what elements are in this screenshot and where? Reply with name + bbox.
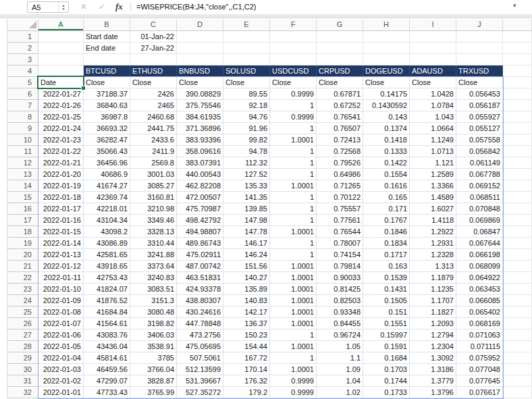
cell-J16[interactable]: 0.070848 bbox=[456, 203, 503, 215]
cell-partial-21[interactable] bbox=[503, 261, 532, 272]
cell-partial-14[interactable] bbox=[503, 180, 532, 192]
cell-G25[interactable]: 0.93348 bbox=[317, 307, 363, 318]
cell-B10[interactable]: 36282.47 bbox=[84, 134, 130, 146]
cell-D6[interactable]: 390.08829 bbox=[177, 88, 223, 100]
col-header-G[interactable]: G bbox=[317, 19, 363, 31]
cell-H25[interactable]: 0.151 bbox=[363, 307, 410, 318]
cell-G4[interactable]: CRPUSD bbox=[317, 65, 363, 77]
cell-F19[interactable]: 1 bbox=[270, 238, 317, 249]
cell-partial-11[interactable] bbox=[503, 146, 532, 157]
cell-I26[interactable]: 1.2093 bbox=[410, 318, 456, 329]
cell-A8[interactable]: 2022-01-25 bbox=[38, 111, 84, 123]
cell-E16[interactable]: 139.85 bbox=[223, 203, 270, 215]
cell-H7[interactable]: 0.1430592 bbox=[363, 100, 410, 111]
cell-A23[interactable]: 2022-01-10 bbox=[38, 284, 84, 295]
cell-partial-17[interactable] bbox=[503, 215, 532, 226]
cell-F23[interactable]: 1.0001 bbox=[270, 284, 317, 295]
cell-I6[interactable]: 1.0428 bbox=[410, 88, 456, 100]
cell-A7[interactable]: 2022-01-26 bbox=[38, 100, 84, 111]
cell-G16[interactable]: 0.75557 bbox=[317, 203, 363, 215]
cell-D32[interactable]: 527.35272 bbox=[177, 387, 223, 398]
cell-E5[interactable]: Close bbox=[223, 77, 270, 88]
cell-D29[interactable]: 507.5061 bbox=[177, 352, 223, 364]
cell-C7[interactable]: 2465 bbox=[130, 100, 177, 111]
cell-H20[interactable]: 0.1717 bbox=[363, 249, 410, 261]
cell-I14[interactable]: 1.3366 bbox=[410, 180, 456, 192]
cell-G2[interactable] bbox=[317, 43, 363, 54]
formula-bar-expand-icon[interactable]: ▾ bbox=[513, 2, 516, 9]
col-header-A[interactable]: A bbox=[38, 19, 84, 31]
cell-C14[interactable]: 3085.27 bbox=[130, 180, 177, 192]
cell-H12[interactable]: 0.1422 bbox=[363, 157, 410, 169]
cell-C15[interactable]: 3160.81 bbox=[130, 192, 177, 203]
cell-B32[interactable]: 47733.43 bbox=[84, 387, 130, 398]
cell-A6[interactable]: 2022-01-27 bbox=[38, 88, 84, 100]
cell-B18[interactable]: 43098.2 bbox=[84, 226, 130, 238]
cell-E11[interactable]: 94.78 bbox=[223, 146, 270, 157]
cell-G7[interactable]: 0.67252 bbox=[317, 100, 363, 111]
cell-H4[interactable]: DOGEUSD bbox=[363, 65, 410, 77]
cell-C32[interactable]: 3765.99 bbox=[130, 387, 177, 398]
cell-J6[interactable]: 0.056453 bbox=[456, 88, 503, 100]
cell-D21[interactable]: 487.00742 bbox=[177, 261, 223, 272]
cell-F25[interactable]: 1.0001 bbox=[270, 307, 317, 318]
cell-A26[interactable]: 2022-01-07 bbox=[38, 318, 84, 329]
cell-G31[interactable]: 1.04 bbox=[317, 375, 363, 387]
cell-E30[interactable]: 170.14 bbox=[223, 364, 270, 375]
col-header-B[interactable]: B bbox=[84, 19, 130, 31]
cell-B21[interactable]: 43918.65 bbox=[84, 261, 130, 272]
cell-J28[interactable]: 0.071115 bbox=[456, 341, 503, 352]
row-header-7[interactable]: 7 bbox=[7, 100, 38, 111]
cell-I11[interactable]: 1.0713 bbox=[410, 146, 456, 157]
cell-B19[interactable]: 43086.89 bbox=[84, 238, 130, 249]
cell-F9[interactable]: 1 bbox=[270, 123, 317, 134]
cell-A30[interactable]: 2022-01-03 bbox=[38, 364, 84, 375]
cell-D5[interactable]: Close bbox=[177, 77, 223, 88]
cell-F28[interactable]: 1.0001 bbox=[270, 341, 317, 352]
cell-D8[interactable]: 384.61935 bbox=[177, 111, 223, 123]
cell-D13[interactable]: 440.00543 bbox=[177, 169, 223, 180]
cell-B12[interactable]: 36456.96 bbox=[84, 157, 130, 169]
cell-C21[interactable]: 3373.64 bbox=[130, 261, 177, 272]
cell-E26[interactable]: 136.37 bbox=[223, 318, 270, 329]
cell-D19[interactable]: 489.86743 bbox=[177, 238, 223, 249]
cell-F31[interactable]: 0.9999 bbox=[270, 375, 317, 387]
cell-partial-1[interactable] bbox=[503, 31, 532, 43]
cell-I8[interactable]: 1.043 bbox=[410, 111, 456, 123]
cell-H11[interactable]: 0.1333 bbox=[363, 146, 410, 157]
cell-F24[interactable]: 1.0001 bbox=[270, 295, 317, 307]
cell-E10[interactable]: 99.82 bbox=[223, 134, 270, 146]
row-header-13[interactable]: 13 bbox=[7, 169, 38, 180]
row-header-4[interactable]: 4 bbox=[7, 65, 38, 77]
row-header-6[interactable]: 6 bbox=[7, 88, 38, 100]
cell-E15[interactable]: 141.35 bbox=[223, 192, 270, 203]
cell-G9[interactable]: 0.76507 bbox=[317, 123, 363, 134]
cell-I13[interactable]: 1.2589 bbox=[410, 169, 456, 180]
cell-J4[interactable]: TRXUSD bbox=[456, 65, 503, 77]
cell-H9[interactable]: 0.1374 bbox=[363, 123, 410, 134]
cell-I29[interactable]: 1.3092 bbox=[410, 352, 456, 364]
cell-H2[interactable] bbox=[363, 43, 410, 54]
cell-partial-5[interactable] bbox=[503, 77, 532, 88]
cell-partial-16[interactable] bbox=[503, 203, 532, 215]
cell-partial-27[interactable] bbox=[503, 329, 532, 341]
cell-I5[interactable]: Close bbox=[410, 77, 456, 88]
cell-D17[interactable]: 498.42792 bbox=[177, 215, 223, 226]
cell-B2[interactable]: End date bbox=[84, 43, 130, 54]
cell-E9[interactable]: 91.96 bbox=[223, 123, 270, 134]
col-header-E[interactable]: E bbox=[223, 19, 270, 31]
cell-A29[interactable]: 2022-01-04 bbox=[38, 352, 84, 364]
cell-J15[interactable]: 0.068511 bbox=[456, 192, 503, 203]
cell-F32[interactable]: 0.9999 bbox=[270, 387, 317, 398]
cell-B25[interactable]: 41684.84 bbox=[84, 307, 130, 318]
cell-A16[interactable]: 2022-01-17 bbox=[38, 203, 84, 215]
cell-B24[interactable]: 41876.52 bbox=[84, 295, 130, 307]
cell-D22[interactable]: 463.51831 bbox=[177, 272, 223, 284]
cell-H1[interactable] bbox=[363, 31, 410, 43]
cell-E6[interactable]: 89.55 bbox=[223, 88, 270, 100]
cell-F1[interactable] bbox=[270, 31, 317, 43]
cell-J29[interactable]: 0.075952 bbox=[456, 352, 503, 364]
cell-B15[interactable]: 42369.74 bbox=[84, 192, 130, 203]
cell-I10[interactable]: 1.1249 bbox=[410, 134, 456, 146]
cell-I22[interactable]: 1.1879 bbox=[410, 272, 456, 284]
